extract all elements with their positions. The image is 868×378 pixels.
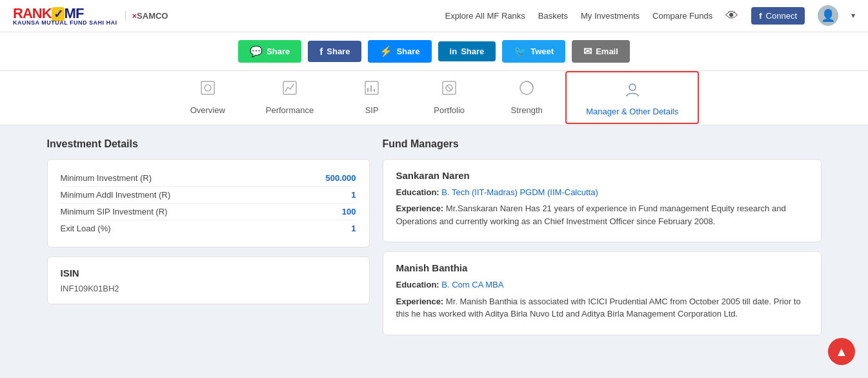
manager-1-edu-val: B. Tech (IIT-Madras) PGDM (IIM-Calcutta) <box>441 187 598 197</box>
watchlist-icon-btn[interactable]: 👁 <box>725 8 738 23</box>
share-whatsapp-button[interactable]: 💬 Share <box>238 40 301 63</box>
tab-portfolio-label: Portfolio <box>434 105 465 115</box>
email-icon: ✉ <box>583 45 592 58</box>
inv-val-min: 500.000 <box>326 173 356 183</box>
overview-icon <box>199 79 217 101</box>
share-email-label: Email <box>596 47 618 56</box>
logo: RANK✓MF KAUNSA MUTUAL FUND SAHI HAI <box>13 5 117 26</box>
performance-icon <box>281 79 299 101</box>
investment-details-title: Investment Details <box>47 138 370 150</box>
samco-logo: ×SAMCO <box>125 11 168 21</box>
right-column: Fund Managers Sankaran Naren Education: … <box>383 138 822 344</box>
share-email-button[interactable]: ✉ Email <box>572 40 630 63</box>
dropdown-arrow: ▾ <box>851 11 855 20</box>
manager-2-edu-val: B. Com CA MBA <box>441 280 503 289</box>
facebook-share-icon: f <box>319 46 323 57</box>
tab-portfolio[interactable]: Portfolio <box>410 71 488 125</box>
connect-button[interactable]: f Connect <box>751 7 805 25</box>
isin-card: ISIN INF109K01BH2 <box>47 257 370 304</box>
connect-label: Connect <box>766 11 797 21</box>
strength-icon <box>518 79 536 101</box>
share-whatsapp-label: Share <box>267 47 290 56</box>
tab-sip-label: SIP <box>365 105 379 115</box>
inv-row-min: Minimum Investment (R) 500.000 <box>61 170 356 187</box>
logo-tagline: KAUNSA MUTUAL FUND SAHI HAI <box>13 19 117 26</box>
isin-title: ISIN <box>61 268 356 278</box>
share-twitter-label: Tweet <box>530 47 554 56</box>
share-bar: 💬 Share f Share ⚡ Share in Share 🐦 Tweet… <box>0 32 868 71</box>
svg-rect-2 <box>283 81 296 94</box>
nav-compare[interactable]: Compare Funds <box>652 11 712 21</box>
isin-value: INF109K01BH2 <box>61 284 356 293</box>
left-column: Investment Details Minimum Investment (R… <box>47 138 370 344</box>
tabs-bar: Overview Performance SIP Portfolio Stren… <box>0 71 868 125</box>
investment-details-card: Minimum Investment (R) 500.000 Minimum A… <box>47 159 370 247</box>
share-facebook-button[interactable]: f Share <box>308 41 361 62</box>
inv-val-sip: 100 <box>342 207 356 216</box>
manager-1-education: Education: B. Tech (IIT-Madras) PGDM (II… <box>396 186 808 199</box>
manager-2-education: Education: B. Com CA MBA <box>396 278 808 291</box>
sip-icon <box>363 79 381 101</box>
messenger-icon: ⚡ <box>379 45 392 58</box>
inv-label-addl: Minimum Addl Investment (R) <box>61 190 171 200</box>
manager-2-experience: Experience: Mr. Manish Banthia is associ… <box>396 295 808 320</box>
share-linkedin-button[interactable]: in Share <box>438 41 496 61</box>
tab-overview[interactable]: Overview <box>169 71 247 125</box>
whatsapp-icon: 💬 <box>250 45 263 58</box>
nav-baskets[interactable]: Baskets <box>538 11 568 21</box>
tab-manager[interactable]: Manager & Other Details <box>565 71 699 124</box>
logo-area: RANK✓MF KAUNSA MUTUAL FUND SAHI HAI ×SAM… <box>13 5 168 26</box>
manager-1-experience: Experience: Mr.Sanskaran Naren Has 21 ye… <box>396 202 808 227</box>
tab-strength[interactable]: Strength <box>488 71 565 125</box>
header: RANK✓MF KAUNSA MUTUAL FUND SAHI HAI ×SAM… <box>0 0 868 32</box>
share-linkedin-label: Share <box>461 47 484 56</box>
share-messenger-button[interactable]: ⚡ Share <box>368 40 431 63</box>
manager-card-2: Manish Banthia Education: B. Com CA MBA … <box>383 251 822 335</box>
samco-x: × <box>132 11 137 21</box>
manager-1-edu-label: Education: <box>396 187 439 197</box>
manager-2-edu-label: Education: <box>396 280 439 289</box>
scroll-to-top-button[interactable]: ▲ <box>828 338 855 357</box>
svg-line-9 <box>447 86 451 90</box>
svg-point-1 <box>205 85 211 91</box>
manager-2-exp-val: Mr. Manish Banthia is associated with IC… <box>396 297 801 319</box>
share-facebook-label: Share <box>327 47 350 56</box>
inv-val-exit: 1 <box>351 224 356 233</box>
tab-manager-label: Manager & Other Details <box>586 107 678 116</box>
nav-investments[interactable]: My Investments <box>581 11 640 21</box>
inv-label-exit: Exit Load (%) <box>61 224 111 233</box>
inv-label-min: Minimum Investment (R) <box>61 173 152 183</box>
portfolio-icon <box>440 79 458 101</box>
inv-label-sip: Minimum SIP Investment (R) <box>61 207 168 216</box>
share-twitter-button[interactable]: 🐦 Tweet <box>502 40 565 63</box>
tab-strength-label: Strength <box>511 105 543 115</box>
tab-performance[interactable]: Performance <box>247 71 333 125</box>
main-nav: Explore All MF Ranks Baskets My Investme… <box>445 5 855 26</box>
share-messenger-label: Share <box>396 47 419 56</box>
facebook-icon: f <box>759 11 762 21</box>
svg-rect-0 <box>201 81 214 94</box>
tab-overview-label: Overview <box>190 105 225 115</box>
manager-1-exp-val: Mr.Sanskaran Naren Has 21 years of exper… <box>396 204 786 226</box>
manager-2-exp-label: Experience: <box>396 297 444 306</box>
main-content: Investment Details Minimum Investment (R… <box>21 125 847 357</box>
manager-icon <box>623 80 641 103</box>
user-avatar[interactable]: 👤 <box>818 5 838 26</box>
manager-1-name: Sankaran Naren <box>396 170 808 181</box>
tab-sip[interactable]: SIP <box>333 71 410 125</box>
twitter-icon: 🐦 <box>514 45 527 58</box>
linkedin-icon: in <box>450 47 458 56</box>
manager-card-1: Sankaran Naren Education: B. Tech (IIT-M… <box>383 159 822 243</box>
inv-row-exit: Exit Load (%) 1 <box>61 220 356 236</box>
svg-point-11 <box>629 84 636 90</box>
inv-val-addl: 1 <box>351 190 356 200</box>
inv-row-addl: Minimum Addl Investment (R) 1 <box>61 187 356 204</box>
tab-performance-label: Performance <box>266 105 314 115</box>
samco-text: SAMCO <box>137 11 168 21</box>
nav-explore[interactable]: Explore All MF Ranks <box>445 11 525 21</box>
inv-row-sip: Minimum SIP Investment (R) 100 <box>61 204 356 220</box>
fund-managers-title: Fund Managers <box>383 138 822 150</box>
manager-2-name: Manish Banthia <box>396 262 808 273</box>
manager-1-exp-label: Experience: <box>396 204 444 213</box>
